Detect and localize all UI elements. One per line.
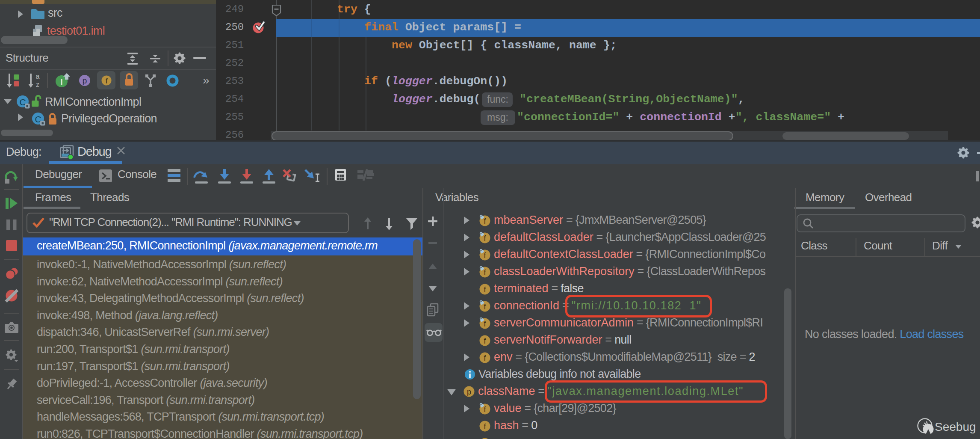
svg-text:I: I [60, 77, 63, 86]
svg-text:a: a [36, 73, 40, 80]
svg-text:f: f [106, 77, 108, 85]
svg-text:z: z [36, 81, 39, 88]
svg-text:p: p [83, 76, 87, 85]
